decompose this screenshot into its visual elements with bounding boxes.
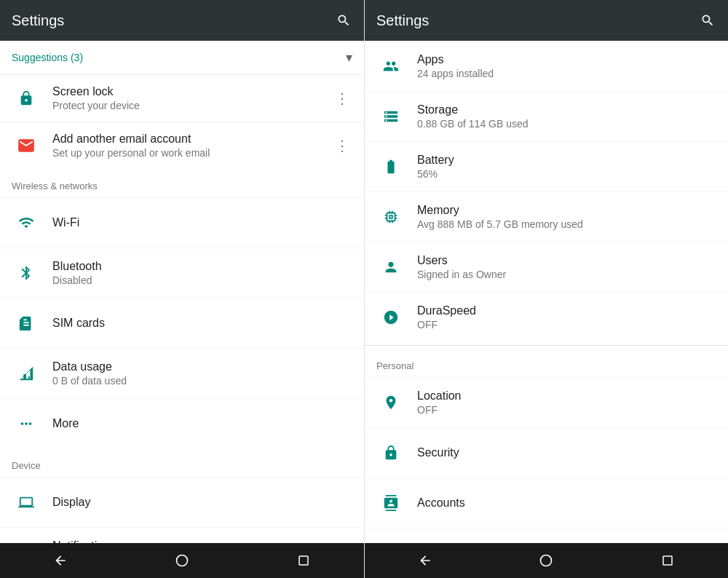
- sim-item[interactable]: SIM cards: [0, 298, 364, 348]
- wifi-icon: [12, 208, 41, 237]
- location-item[interactable]: Location OFF: [365, 377, 728, 427]
- email-title: Add another email account: [52, 132, 332, 146]
- email-text: Add another email account Set up your pe…: [52, 132, 332, 159]
- apps-item[interactable]: Apps 24 apps installed: [365, 41, 728, 91]
- notifications-item[interactable]: Notifications All apps allowed to send: [0, 527, 364, 543]
- more-icon: [12, 409, 41, 438]
- svg-point-0: [176, 555, 187, 566]
- apps-subtitle: 24 apps installed: [417, 68, 716, 79]
- google-item[interactable]: Google: [365, 528, 728, 543]
- suggestion-email[interactable]: Add another email account Set up your pe…: [0, 122, 364, 169]
- location-icon: [376, 388, 405, 417]
- suggestions-header[interactable]: Suggestions (3) ▾: [0, 41, 364, 74]
- sim-icon: [12, 309, 41, 338]
- data-usage-icon: [12, 359, 41, 388]
- left-topbar: Settings: [0, 0, 364, 41]
- right-navbar: [365, 543, 728, 578]
- data-usage-item[interactable]: Data usage 0 B of data used: [0, 348, 364, 398]
- users-icon: [376, 253, 405, 282]
- battery-subtitle: 56%: [417, 168, 716, 180]
- security-title: Security: [417, 446, 716, 459]
- svg-point-2: [541, 555, 552, 566]
- accounts-item[interactable]: Accounts: [365, 478, 728, 528]
- more-title: More: [52, 417, 352, 430]
- suggestions-label: Suggestions (3): [12, 52, 346, 63]
- screen-lock-menu-icon[interactable]: ⋮: [332, 87, 352, 110]
- screen-lock-title: Screen lock: [52, 85, 332, 98]
- data-usage-title: Data usage: [52, 360, 352, 373]
- display-icon: [12, 488, 41, 517]
- email-menu-icon[interactable]: ⋮: [332, 134, 352, 157]
- data-usage-subtitle: 0 B of data used: [52, 375, 352, 387]
- users-subtitle: Signed in as Owner: [417, 269, 716, 280]
- wifi-item[interactable]: Wi-Fi: [0, 197, 364, 248]
- battery-title: Battery: [417, 154, 716, 167]
- display-text: Display: [52, 496, 352, 509]
- left-navbar: [0, 543, 364, 578]
- personal-section-header: Personal: [365, 349, 728, 377]
- left-content: Suggestions (3) ▾ Screen lock Protect yo…: [0, 41, 364, 543]
- apps-title: Apps: [417, 53, 716, 66]
- duraspeed-subtitle: OFF: [417, 319, 716, 330]
- battery-item[interactable]: Battery 56%: [365, 141, 728, 191]
- memory-title: Memory: [417, 204, 716, 217]
- right-panel: Settings Apps 24 apps installed: [364, 0, 728, 578]
- sim-text: SIM cards: [52, 317, 352, 330]
- users-text: Users Signed in as Owner: [417, 254, 716, 280]
- suggestions-chevron-icon: ▾: [346, 50, 352, 66]
- storage-subtitle: 0.88 GB of 114 GB used: [417, 118, 716, 130]
- storage-title: Storage: [417, 103, 716, 116]
- recent-button[interactable]: [292, 549, 315, 572]
- display-title: Display: [52, 496, 352, 509]
- right-search-icon[interactable]: [699, 12, 716, 29]
- security-text: Security: [417, 446, 716, 459]
- location-title: Location: [417, 389, 716, 403]
- apps-icon: [376, 52, 405, 81]
- location-text: Location OFF: [417, 389, 716, 416]
- left-search-icon[interactable]: [335, 12, 352, 29]
- wireless-section-header: Wireless & networks: [0, 169, 364, 197]
- svg-rect-1: [299, 556, 308, 565]
- memory-text: Memory Avg 888 MB of 5.7 GB memory used: [417, 204, 716, 230]
- security-icon: [376, 438, 405, 467]
- right-home-button[interactable]: [534, 549, 558, 572]
- security-item[interactable]: Security: [365, 427, 728, 478]
- notifications-icon: [12, 538, 41, 543]
- left-title: Settings: [12, 12, 335, 29]
- right-recent-button[interactable]: [656, 549, 679, 572]
- bluetooth-text: Bluetooth Disabled: [52, 260, 352, 286]
- battery-text: Battery 56%: [417, 154, 716, 180]
- back-button[interactable]: [49, 549, 72, 572]
- suggestion-screen-lock[interactable]: Screen lock Protect your device ⋮: [0, 74, 364, 122]
- users-item[interactable]: Users Signed in as Owner: [365, 242, 728, 292]
- email-subtitle: Set up your personal or work email: [52, 147, 332, 159]
- duraspeed-item[interactable]: DuraSpeed OFF: [365, 292, 728, 342]
- more-item[interactable]: More: [0, 398, 364, 448]
- wifi-text: Wi-Fi: [52, 216, 352, 229]
- memory-subtitle: Avg 888 MB of 5.7 GB memory used: [417, 218, 716, 230]
- bluetooth-icon: [12, 258, 41, 288]
- display-item[interactable]: Display: [0, 477, 364, 527]
- home-button[interactable]: [170, 549, 194, 572]
- accounts-title: Accounts: [417, 496, 716, 510]
- bluetooth-subtitle: Disabled: [52, 274, 352, 286]
- duraspeed-title: DuraSpeed: [417, 304, 716, 317]
- battery-icon: [376, 152, 405, 181]
- bluetooth-item[interactable]: Bluetooth Disabled: [0, 248, 364, 298]
- accounts-text: Accounts: [417, 496, 716, 510]
- lock-icon: [12, 84, 41, 113]
- right-topbar: Settings: [365, 0, 728, 41]
- svg-rect-3: [663, 556, 672, 565]
- data-usage-text: Data usage 0 B of data used: [52, 360, 352, 387]
- right-back-button[interactable]: [414, 549, 437, 572]
- sim-title: SIM cards: [52, 317, 352, 330]
- duraspeed-text: DuraSpeed OFF: [417, 304, 716, 330]
- location-subtitle: OFF: [417, 404, 716, 416]
- device-section-header: Device: [0, 448, 364, 477]
- storage-item[interactable]: Storage 0.88 GB of 114 GB used: [365, 91, 728, 141]
- left-panel: Settings Suggestions (3) ▾ Screen lock P…: [0, 0, 364, 578]
- memory-item[interactable]: Memory Avg 888 MB of 5.7 GB memory used: [365, 191, 728, 242]
- personal-divider: [365, 345, 728, 346]
- email-icon: [12, 131, 41, 160]
- bluetooth-title: Bluetooth: [52, 260, 352, 273]
